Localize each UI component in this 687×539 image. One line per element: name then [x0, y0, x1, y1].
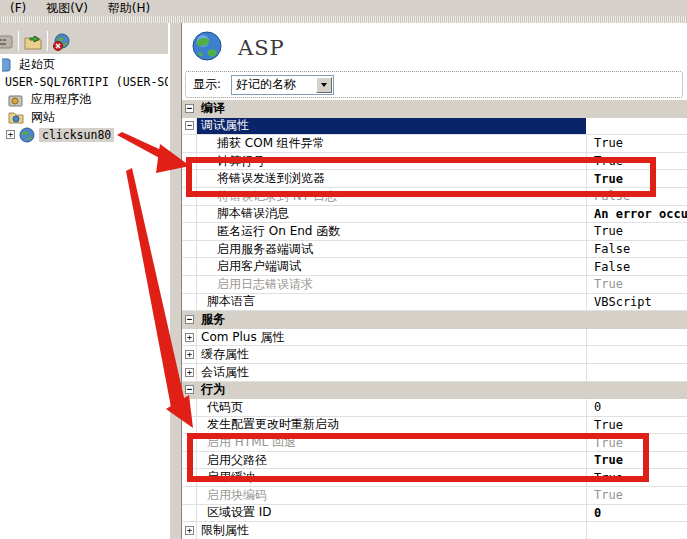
grid-row-gutter: − [182, 100, 197, 118]
grid-row-3[interactable]: 计算行号True [182, 153, 687, 171]
grid-row-0[interactable]: −编译 [182, 100, 687, 118]
globe-stop-icon[interactable] [52, 32, 72, 52]
grid-row-1[interactable]: −调试属性 [182, 118, 687, 136]
grid-row-6[interactable]: 脚本错误消息An error occur [182, 206, 687, 224]
collapse-minus-icon[interactable]: − [185, 121, 194, 130]
property-name: 启用 HTML 回退 [197, 434, 296, 451]
property-value[interactable]: False [586, 241, 687, 259]
grid-row-gutter [182, 294, 197, 312]
property-value[interactable]: 0 [586, 399, 687, 417]
property-value[interactable] [586, 346, 687, 364]
property-name-cell: 启用 HTML 回退 [197, 434, 586, 452]
expand-plus-icon[interactable]: + [185, 333, 194, 342]
grid-row-16[interactable]: −行为 [182, 382, 687, 400]
property-name-cell: 计算行号 [197, 153, 586, 171]
grid-row-18[interactable]: 发生配置更改时重新启动True [182, 417, 687, 435]
grid-row-gutter: + [182, 346, 197, 364]
property-value[interactable] [586, 329, 687, 347]
grid-row-22[interactable]: 启用块编码True [182, 487, 687, 505]
grid-row-11[interactable]: 脚本语言VBScript [182, 294, 687, 312]
property-value[interactable]: True [586, 469, 687, 487]
menu-item-0[interactable]: (F) [0, 0, 36, 16]
grid-row-7[interactable]: 匿名运行 On End 函数True [182, 223, 687, 241]
property-name: 启用父路径 [197, 452, 267, 469]
collapse-minus-icon[interactable]: − [185, 315, 194, 324]
tree-item-clicksun80[interactable]: +clicksun80 [0, 126, 168, 144]
tree-item-2[interactable]: 应用程序池 [0, 91, 168, 109]
toolbar-grip-band [0, 16, 687, 23]
property-name: 启用日志错误请求 [197, 276, 313, 293]
folder-go-icon[interactable] [23, 32, 43, 52]
property-name: 缓存属性 [197, 346, 249, 363]
property-value[interactable]: True [586, 434, 687, 452]
collapse-minus-icon[interactable]: − [185, 104, 194, 113]
grid-row-gutter [182, 417, 197, 435]
display-mode-value: 好记的名称 [232, 76, 316, 93]
expand-plus-icon[interactable]: + [185, 526, 194, 535]
grid-row-15[interactable]: +会话属性 [182, 364, 687, 382]
keyboard-partial-icon[interactable] [0, 32, 14, 52]
collapse-minus-icon[interactable]: − [185, 385, 194, 394]
grid-row-gutter [182, 434, 197, 452]
property-value[interactable] [586, 100, 687, 118]
property-value[interactable]: True [586, 487, 687, 505]
property-value[interactable] [586, 382, 687, 400]
property-value[interactable] [586, 522, 687, 539]
property-value[interactable] [586, 118, 687, 136]
property-value[interactable] [586, 311, 687, 329]
property-name-cell: 启用日志错误请求 [197, 276, 586, 294]
property-value[interactable]: True [586, 223, 687, 241]
property-name: 会话属性 [197, 364, 249, 381]
grid-row-5[interactable]: 将错误记录到 NT 日志False [182, 188, 687, 206]
connections-sidebar: 起始页USER-SQL76RTIPI (USER-SQL76应用程序池网站+cl… [0, 23, 168, 539]
grid-row-17[interactable]: 代码页0 [182, 399, 687, 417]
property-value[interactable]: True [586, 170, 687, 188]
property-name: 将错误发送到浏览器 [197, 170, 325, 187]
property-value[interactable] [586, 364, 687, 382]
property-value[interactable]: True [586, 153, 687, 171]
expand-plus-icon[interactable]: + [185, 350, 194, 359]
grid-row-8[interactable]: 启用服务器端调试False [182, 241, 687, 259]
property-name-cell: 会话属性 [197, 364, 586, 382]
grid-row-23[interactable]: 区域设置 ID0 [182, 505, 687, 523]
start-page-icon [2, 57, 12, 73]
grid-row-12[interactable]: −服务 [182, 311, 687, 329]
grid-row-gutter [182, 505, 197, 523]
property-value[interactable]: VBScript [586, 294, 687, 312]
grid-row-14[interactable]: +缓存属性 [182, 346, 687, 364]
property-value[interactable]: False [586, 188, 687, 206]
tree-item-label: USER-SQL76RTIPI (USER-SQL76 [2, 75, 168, 89]
expand-plus-icon[interactable]: + [185, 368, 194, 377]
property-name-cell: 编译 [197, 100, 586, 118]
panel-splitter[interactable] [168, 23, 181, 539]
property-value[interactable]: An error occur [586, 206, 687, 224]
property-value[interactable]: True [586, 452, 687, 470]
tree-item-user-sql76rtipi[interactable]: USER-SQL76RTIPI (USER-SQL76 [0, 74, 168, 92]
display-mode-combobox[interactable]: 好记的名称 [231, 75, 334, 95]
grid-row-gutter [182, 399, 197, 417]
property-value[interactable]: True [586, 135, 687, 153]
property-value[interactable]: False [586, 258, 687, 276]
property-name-cell: 缓存属性 [197, 346, 586, 364]
grid-row-gutter [182, 241, 197, 259]
tree-item-3[interactable]: 网站 [0, 109, 168, 127]
tree-item-0[interactable]: 起始页 [0, 56, 168, 74]
menu-item-2[interactable]: 帮助(H) [98, 0, 160, 16]
property-value[interactable]: 0 [586, 505, 687, 523]
grid-row-20[interactable]: 启用父路径True [182, 452, 687, 470]
grid-row-19[interactable]: 启用 HTML 回退True [182, 434, 687, 452]
grid-row-21[interactable]: 启用缓冲True [182, 469, 687, 487]
menu-item-1[interactable]: 视图(V) [36, 0, 98, 16]
grid-row-24[interactable]: +限制属性 [182, 522, 687, 539]
grid-row-2[interactable]: 捕获 COM 组件异常True [182, 135, 687, 153]
grid-row-13[interactable]: +Com Plus 属性 [182, 329, 687, 347]
property-name-cell: 启用服务器端调试 [197, 241, 586, 259]
grid-row-4[interactable]: 将错误发送到浏览器True [182, 170, 687, 188]
grid-row-9[interactable]: 启用客户端调试False [182, 258, 687, 276]
combo-dropdown-button[interactable] [316, 77, 332, 93]
property-value[interactable]: True [586, 276, 687, 294]
property-name: 计算行号 [197, 153, 265, 170]
grid-row-10[interactable]: 启用日志错误请求True [182, 276, 687, 294]
tree-expander[interactable]: + [6, 130, 15, 139]
property-value[interactable]: True [586, 417, 687, 435]
